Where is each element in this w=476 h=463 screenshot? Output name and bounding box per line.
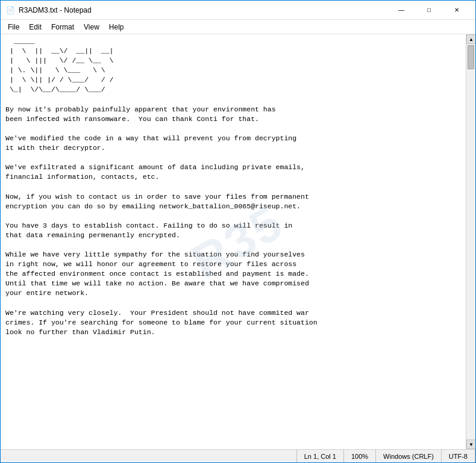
window-controls: — □ ✕ bbox=[387, 1, 471, 20]
status-spacer bbox=[1, 450, 297, 462]
zoom-level: 100% bbox=[344, 450, 376, 462]
menu-help[interactable]: Help bbox=[104, 22, 129, 33]
title-bar: 📄 R3ADM3.txt - Notepad — □ ✕ bbox=[1, 1, 475, 20]
menu-edit[interactable]: Edit bbox=[24, 22, 46, 33]
maximize-button[interactable]: □ bbox=[415, 1, 443, 20]
menu-format[interactable]: Format bbox=[46, 22, 79, 33]
status-bar: Ln 1, Col 1 100% Windows (CRLF) UTF-8 bbox=[1, 449, 475, 462]
cursor-position: Ln 1, Col 1 bbox=[297, 450, 344, 462]
encoding: UTF-8 bbox=[442, 450, 475, 462]
scroll-down-button[interactable]: ▼ bbox=[466, 440, 475, 449]
minimize-button[interactable]: — bbox=[387, 1, 415, 20]
scrollbar[interactable]: ▲ ▼ bbox=[466, 34, 475, 449]
close-button[interactable]: ✕ bbox=[443, 1, 471, 20]
line-ending: Windows (CRLF) bbox=[376, 450, 442, 462]
text-editor[interactable]: _____ | \ || __\/ __|| __| | \ ||| \/ /_… bbox=[1, 34, 466, 449]
app-icon: 📄 bbox=[5, 5, 15, 15]
menu-view[interactable]: View bbox=[79, 22, 104, 33]
menu-bar: File Edit Format View Help bbox=[1, 20, 475, 34]
scrollbar-track[interactable] bbox=[466, 44, 475, 440]
scroll-up-button[interactable]: ▲ bbox=[466, 34, 475, 44]
notepad-window: 📄 R3ADM3.txt - Notepad — □ ✕ File Edit F… bbox=[0, 0, 476, 463]
scrollbar-thumb[interactable] bbox=[468, 45, 474, 69]
window-title: R3ADM3.txt - Notepad bbox=[19, 6, 387, 14]
menu-file[interactable]: File bbox=[3, 22, 24, 33]
content-area: R35 _____ | \ || __\/ __|| __| | \ ||| \… bbox=[1, 34, 475, 449]
